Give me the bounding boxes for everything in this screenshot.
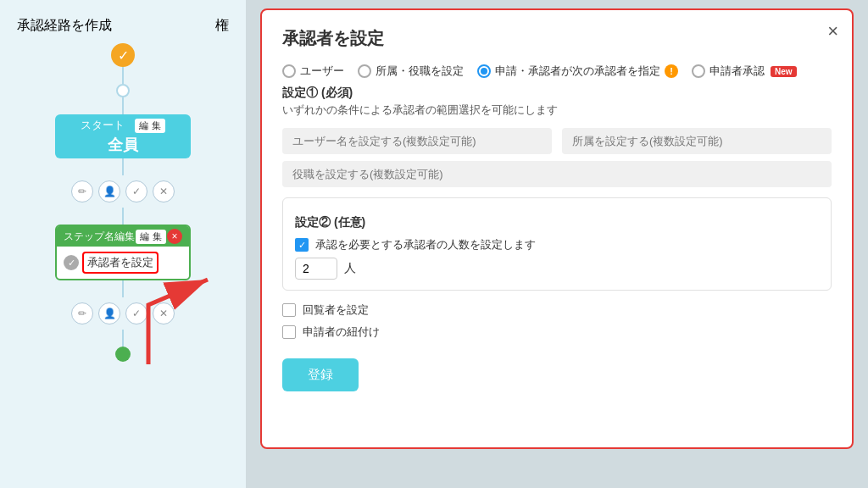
connector-6 bbox=[122, 330, 124, 347]
create-route-label: 承認経路を作成 bbox=[17, 17, 112, 35]
radio-applicant[interactable]: 申請者承認 New bbox=[692, 64, 797, 79]
radio-label-applicant: 申請者承認 bbox=[709, 64, 765, 79]
radio-user[interactable]: ユーザー bbox=[282, 64, 344, 79]
checkbox-circulation[interactable]: 回覧者を設定 bbox=[282, 302, 832, 318]
left-panel: 承認経路を作成 権 ✓ スタート 編 集 全員 ✏ 👤 ✓ ✕ bbox=[0, 0, 246, 488]
info-icon: ! bbox=[665, 64, 678, 78]
radio-row: ユーザー 所属・役職を設定 申請・承認者が次の承認者を指定 ! 申請者承認 Ne… bbox=[282, 64, 832, 79]
setting1-title: 設定① (必須) bbox=[282, 86, 832, 101]
affiliation-input[interactable] bbox=[562, 128, 832, 154]
setting2-title: 設定② (任意) bbox=[295, 215, 819, 230]
radio-label-user: ユーザー bbox=[300, 64, 344, 79]
modal-title: 承認者を設定 bbox=[282, 27, 832, 50]
radio-affiliation[interactable]: 所属・役職を設定 bbox=[358, 64, 464, 79]
modal-close-button[interactable]: × bbox=[827, 22, 838, 41]
radio-designate[interactable]: 申請・承認者が次の承認者を指定 ! bbox=[477, 64, 678, 79]
small-circle-1 bbox=[116, 84, 130, 97]
all-label: 全員 bbox=[64, 135, 182, 155]
input-row-1 bbox=[282, 128, 832, 154]
connector-3 bbox=[122, 158, 124, 175]
step2-body: ✓ 承認者を設定 bbox=[57, 247, 189, 279]
workflow-container: ✓ スタート 編 集 全員 ✏ 👤 ✓ ✕ ステップ名編集 編 集 bbox=[0, 43, 246, 362]
checkbox-empty-applicant[interactable] bbox=[282, 325, 296, 339]
radio-circle-user[interactable] bbox=[282, 64, 296, 78]
start-edit-badge[interactable]: 編 集 bbox=[135, 119, 164, 133]
modal-overlay: 承認者を設定 × ユーザー 所属・役職を設定 申請・承認者が次の承認者を指定 !… bbox=[246, 0, 868, 488]
step2-edit-label[interactable]: 編 集 bbox=[136, 230, 165, 244]
checkbox-approver-count[interactable]: ✓ 承認を必要とする承認者の人数を設定します bbox=[295, 237, 819, 252]
close-icon-1[interactable]: ✕ bbox=[153, 180, 175, 202]
start-label: スタート bbox=[81, 118, 125, 133]
permission-label: 権 bbox=[215, 17, 229, 35]
step2-x-btn[interactable]: × bbox=[167, 229, 182, 244]
start-card[interactable]: スタート 編 集 全員 bbox=[55, 114, 191, 158]
username-input[interactable] bbox=[282, 128, 552, 154]
edit-icon-2[interactable]: ✏ bbox=[71, 302, 93, 324]
top-circle-node: ✓ bbox=[111, 43, 135, 67]
user-icon-1[interactable]: 👤 bbox=[98, 180, 120, 202]
check-icon-2[interactable]: ✓ bbox=[125, 302, 147, 324]
modal: 承認者を設定 × ユーザー 所属・役職を設定 申請・承認者が次の承認者を指定 !… bbox=[260, 8, 854, 449]
radio-circle-applicant[interactable] bbox=[692, 64, 705, 78]
step2-header-label: ステップ名編集 bbox=[64, 230, 135, 244]
checkbox-empty-circulation[interactable] bbox=[282, 303, 296, 317]
setting2-box: 設定② (任意) ✓ 承認を必要とする承認者の人数を設定します 人 bbox=[282, 197, 832, 291]
connector-4 bbox=[122, 208, 124, 225]
number-input-row: 人 bbox=[295, 258, 819, 280]
end-dot bbox=[115, 347, 131, 362]
connector-5 bbox=[122, 280, 124, 297]
checkbox-applicant-link[interactable]: 申請者の紐付け bbox=[282, 324, 832, 340]
checkbox-blue-icon[interactable]: ✓ bbox=[295, 238, 309, 252]
radio-label-designate: 申請・承認者が次の承認者を指定 bbox=[495, 64, 660, 79]
step2-card[interactable]: ステップ名編集 編 集 × ✓ 承認者を設定 bbox=[55, 225, 191, 280]
radio-label-affiliation: 所属・役職を設定 bbox=[376, 64, 464, 79]
close-icon-2[interactable]: ✕ bbox=[153, 302, 175, 324]
checkbox2-label: 回覧者を設定 bbox=[303, 302, 369, 318]
radio-circle-affiliation[interactable] bbox=[358, 64, 371, 78]
step2-body-label: 承認者を設定 bbox=[82, 252, 159, 274]
approver-count-input[interactable] bbox=[295, 258, 337, 280]
new-badge: New bbox=[771, 66, 797, 77]
unit-label: 人 bbox=[344, 261, 356, 276]
edit-icon-1[interactable]: ✏ bbox=[71, 180, 93, 202]
icon-row-1: ✏ 👤 ✓ ✕ bbox=[71, 180, 175, 202]
position-input[interactable] bbox=[282, 161, 832, 187]
checkbox1-label: 承認を必要とする承認者の人数を設定します bbox=[315, 237, 536, 252]
check-icon-1[interactable]: ✓ bbox=[125, 180, 147, 202]
icon-row-2: ✏ 👤 ✓ ✕ bbox=[71, 302, 175, 324]
step2-header: ステップ名編集 編 集 × bbox=[57, 226, 189, 247]
checkbox3-label: 申請者の紐付け bbox=[303, 324, 380, 340]
user-icon-2[interactable]: 👤 bbox=[98, 302, 120, 324]
setting1-desc: いずれかの条件による承認者の範囲選択を可能にします bbox=[282, 103, 832, 118]
connector-2 bbox=[122, 97, 124, 114]
register-button[interactable]: 登録 bbox=[282, 358, 359, 391]
connector-1 bbox=[122, 67, 124, 84]
header-row: 承認経路を作成 権 bbox=[0, 17, 246, 35]
step2-check-circle: ✓ bbox=[64, 255, 79, 270]
radio-circle-designate[interactable] bbox=[477, 64, 491, 78]
